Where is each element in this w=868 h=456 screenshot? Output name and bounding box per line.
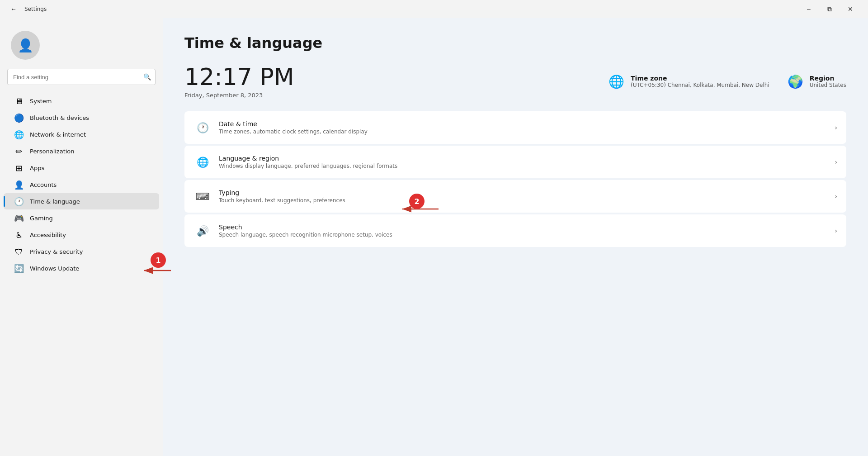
typing-chevron: › [835,193,837,200]
sidebar-item-apps[interactable]: ⊞ Apps [4,160,159,176]
date-time-chevron: › [835,124,837,131]
speech-text: Speech Speech language, speech recogniti… [219,223,835,238]
typing-title: Typing [219,189,835,196]
sidebar-item-privacy[interactable]: 🛡 Privacy & security [4,243,159,260]
card-speech[interactable]: 🔊 Speech Speech language, speech recogni… [184,214,846,247]
time-info-blocks: 🌐 Time zone (UTC+05:30) Chennai, Kolkata… [609,74,846,89]
card-language-region[interactable]: 🌐 Language & region Windows display lang… [184,146,846,178]
update-icon: 🔄 [14,264,24,273]
settings-cards: 🕐 Date & time Time zones, automatic cloc… [184,111,846,247]
date-time-title: Date & time [219,120,835,128]
search-box: 🔍 [7,69,156,85]
card-date-time[interactable]: 🕐 Date & time Time zones, automatic cloc… [184,111,846,144]
region-info: 🌍 Region United States [788,74,846,89]
language-region-icon: 🌐 [193,153,212,171]
accessibility-icon: ♿ [14,230,24,239]
timezone-icon: 🌐 [609,74,624,89]
privacy-icon: 🛡 [14,247,24,256]
badge-1: 1 [163,252,166,268]
minimize-button[interactable]: – [798,1,819,17]
network-icon: 🌐 [14,130,24,139]
system-icon: 🖥 [14,96,24,105]
sidebar-item-accessibility[interactable]: ♿ Accessibility [4,227,159,243]
time-block: 12:17 PM Friday, September 8, 2023 [184,64,609,99]
region-value: United States [810,82,846,88]
arrow-1 [163,261,175,280]
bluetooth-icon: 🔵 [14,113,24,122]
sidebar-label-privacy: Privacy & security [30,248,83,255]
sidebar-item-update[interactable]: 🔄 Windows Update [4,260,159,276]
sidebar-label-gaming: Gaming [30,215,53,222]
date-time-text: Date & time Time zones, automatic clock … [219,120,835,135]
language-region-text: Language & region Windows display langua… [219,155,835,169]
sidebar-label-time: Time & language [30,198,80,205]
language-region-chevron: › [835,158,837,166]
back-button[interactable]: ← [7,3,20,15]
language-region-title: Language & region [219,155,835,162]
speech-icon: 🔊 [193,222,212,240]
apps-icon: ⊞ [14,163,24,172]
sidebar-label-personalization: Personalization [30,148,75,155]
sidebar-item-system[interactable]: 🖥 System [4,93,159,109]
main-content: Time & language 12:17 PM Friday, Septemb… [163,18,868,456]
app-body: 👤 🔍 🖥 System 🔵 Bluetooth & devices 🌐 Net… [0,18,868,456]
personalization-icon: ✏️ [14,147,24,156]
timezone-label: Time zone [631,75,769,82]
current-time: 12:17 PM [184,64,609,90]
page-title: Time & language [184,34,846,52]
typing-desc: Touch keyboard, text suggestions, prefer… [219,197,835,204]
sidebar-item-time[interactable]: 🕐 Time & language [4,193,159,209]
sidebar-item-bluetooth[interactable]: 🔵 Bluetooth & devices [4,109,159,126]
sidebar-item-network[interactable]: 🌐 Network & internet [4,126,159,142]
maximize-button[interactable]: ⧉ [819,1,840,17]
time-icon: 🕐 [14,197,24,206]
region-text: Region United States [810,75,846,88]
region-label: Region [810,75,846,82]
window-controls: – ⧉ ✕ [798,1,861,17]
language-region-desc: Windows display language, preferred lang… [219,163,835,169]
sidebar-label-system: System [30,98,52,104]
sidebar-item-gaming[interactable]: 🎮 Gaming [4,210,159,226]
sidebar-label-apps: Apps [30,165,44,171]
timezone-text: Time zone (UTC+05:30) Chennai, Kolkata, … [631,75,769,88]
speech-title: Speech [219,223,835,231]
sidebar-item-accounts[interactable]: 👤 Accounts [4,176,159,193]
speech-chevron: › [835,227,837,234]
sidebar-label-network: Network & internet [30,131,86,138]
sidebar-label-accessibility: Accessibility [30,232,66,238]
timezone-value: (UTC+05:30) Chennai, Kolkata, Mumbai, Ne… [631,82,769,88]
avatar: 👤 [11,31,40,60]
accounts-icon: 👤 [14,180,24,189]
sidebar-item-personalization[interactable]: ✏️ Personalization [4,143,159,159]
date-time-icon: 🕐 [193,119,212,137]
time-header: 12:17 PM Friday, September 8, 2023 🌐 Tim… [184,64,846,99]
app-title: Settings [24,6,794,12]
card-typing[interactable]: ⌨ Typing Touch keyboard, text suggestion… [184,180,846,213]
timezone-info: 🌐 Time zone (UTC+05:30) Chennai, Kolkata… [609,74,769,89]
search-input[interactable] [7,69,156,85]
titlebar: ← Settings – ⧉ ✕ [0,0,868,18]
user-avatar-section: 👤 [0,25,163,69]
sidebar: 👤 🔍 🖥 System 🔵 Bluetooth & devices 🌐 Net… [0,18,163,456]
typing-icon: ⌨ [193,187,212,205]
close-button[interactable]: ✕ [840,1,861,17]
speech-desc: Speech language, speech recognition micr… [219,232,835,238]
date-time-desc: Time zones, automatic clock settings, ca… [219,128,835,135]
nav-list: 🖥 System 🔵 Bluetooth & devices 🌐 Network… [0,92,163,277]
gaming-icon: 🎮 [14,214,24,223]
region-icon: 🌍 [788,74,803,89]
typing-text: Typing Touch keyboard, text suggestions,… [219,189,835,204]
sidebar-label-accounts: Accounts [30,181,57,188]
current-date: Friday, September 8, 2023 [184,92,609,99]
sidebar-label-update: Windows Update [30,265,79,272]
sidebar-label-bluetooth: Bluetooth & devices [30,114,89,121]
avatar-icon: 👤 [18,38,33,53]
